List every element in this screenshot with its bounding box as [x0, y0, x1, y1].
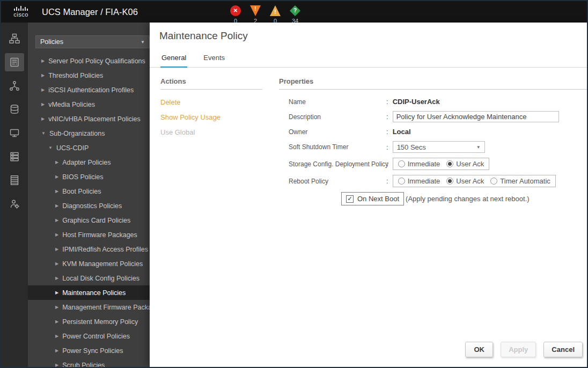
tree-item-label: vMedia Policies	[48, 101, 95, 108]
dialog-title: Maintenance Policy	[150, 23, 587, 42]
tree-item-label: Server Pool Policy Qualifications	[48, 57, 145, 65]
chevron-down-icon[interactable]: ▼	[48, 145, 53, 150]
cancel-button[interactable]: Cancel	[543, 342, 583, 357]
chevron-down-icon: ▼	[141, 40, 145, 45]
description-label: Description	[289, 113, 386, 121]
tree-item-graphics-card-policies[interactable]: ▶Graphics Card Policies	[28, 213, 150, 227]
tree-item-label: Local Disk Config Policies	[62, 275, 139, 282]
actions-heading: Actions	[160, 77, 262, 90]
chevron-right-icon[interactable]: ▶	[55, 261, 58, 266]
chevron-right-icon[interactable]: ▶	[41, 73, 45, 78]
tab-general[interactable]: General	[160, 50, 187, 68]
nav-servers-icon[interactable]	[5, 53, 24, 71]
tree-item-persistent-memory-policy[interactable]: ▶Persistent Memory Policy	[28, 314, 150, 329]
nav-chassis-icon[interactable]	[5, 171, 24, 189]
chevron-right-icon[interactable]: ▶	[55, 305, 58, 310]
apply-button[interactable]: Apply	[501, 342, 536, 357]
cisco-logo-bars-icon	[14, 6, 28, 11]
nav-lan-icon[interactable]	[5, 77, 24, 95]
tree-item-threshold-policies[interactable]: ▶Threshold Policies	[28, 68, 150, 83]
maintenance-policy-dialog: Maintenance Policy General Events Action…	[150, 23, 587, 367]
chevron-right-icon[interactable]: ▶	[41, 58, 45, 63]
radio-icon	[398, 160, 405, 167]
tree-item-ucs-cdip[interactable]: ▼UCS-CDIP	[28, 141, 150, 155]
chevron-right-icon[interactable]: ▶	[55, 218, 58, 223]
nav-admin-icon[interactable]	[5, 195, 24, 213]
show-policy-usage-link[interactable]: Show Policy Usage	[160, 113, 279, 121]
colon: :	[386, 177, 388, 185]
radio-selected-icon	[446, 178, 453, 185]
radio-option-user-ack[interactable]: User Ack	[446, 177, 484, 185]
chevron-down-icon: ▼	[476, 145, 481, 150]
dialog-content: Actions Delete Show Policy Usage Use Glo…	[150, 68, 587, 210]
nav-san-icon[interactable]	[5, 100, 24, 119]
tree-item-ipmi-redfish-access-profiles[interactable]: ▶IPMI/Redfish Access Profiles	[28, 242, 150, 256]
tree-item-management-firmware-packages[interactable]: ▶Management Firmware Packages	[28, 300, 150, 314]
tree-item-host-firmware-packages[interactable]: ▶Host Firmware Packages	[28, 227, 150, 242]
fault-summary: ✕0!2!0?34	[229, 5, 302, 24]
sidebar: Policies ▼ ▶Server Pool Policy Qualifica…	[28, 23, 150, 367]
chevron-right-icon[interactable]: ▶	[55, 348, 58, 353]
tree-item-kvm-management-policies[interactable]: ▶KVM Management Policies	[28, 256, 150, 271]
nav-storage-icon[interactable]	[5, 148, 24, 166]
chevron-right-icon[interactable]: ▶	[55, 160, 58, 165]
chevron-right-icon[interactable]: ▶	[41, 87, 45, 92]
tree-item-label: Host Firmware Packages	[62, 231, 137, 239]
info-fault-icon[interactable]: ?	[290, 5, 300, 16]
delete-link[interactable]: Delete	[160, 98, 279, 106]
tree-item-bios-policies[interactable]: ▶BIOS Policies	[28, 170, 150, 184]
tab-events[interactable]: Events	[202, 50, 226, 67]
chevron-right-icon[interactable]: ▶	[55, 174, 58, 179]
tree-item-label: BIOS Policies	[62, 173, 103, 181]
tree-item-diagnostics-policies[interactable]: ▶Diagnostics Policies	[28, 198, 150, 213]
radio-option-immediate[interactable]: Immediate	[398, 177, 440, 185]
tree-item-local-disk-config-policies[interactable]: ▶Local Disk Config Policies	[28, 271, 150, 285]
chevron-right-icon[interactable]: ▶	[55, 232, 58, 237]
chevron-down-icon[interactable]: ▼	[41, 131, 46, 136]
tree-item-boot-policies[interactable]: ▶Boot Policies	[28, 184, 150, 198]
fault-minor: !0	[269, 5, 282, 24]
chevron-right-icon[interactable]: ▶	[55, 247, 58, 252]
chevron-right-icon[interactable]: ▶	[55, 363, 58, 367]
tree-item-vnic-vhba-placement-policies[interactable]: ▶vNIC/vHBA Placement Policies	[28, 112, 150, 126]
critical-fault-icon[interactable]: ✕	[230, 5, 241, 16]
radio-option-immediate[interactable]: Immediate	[398, 160, 440, 168]
fault-critical: ✕0	[229, 5, 242, 24]
tree-item-scrub-policies[interactable]: ▶Scrub Policies	[28, 358, 150, 367]
chevron-right-icon[interactable]: ▶	[55, 319, 58, 324]
tree-item-power-sync-policies[interactable]: ▶Power Sync Policies	[28, 343, 150, 358]
tree-item-iscsi-authentication-profiles[interactable]: ▶iSCSI Authentication Profiles	[28, 83, 150, 97]
tree-item-sub-organizations[interactable]: ▼Sub-Organizations	[28, 126, 150, 141]
radio-option-timer-automatic[interactable]: Timer Automatic	[490, 177, 550, 185]
soft-shutdown-timer-select[interactable]: 150 Secs ▼	[393, 141, 485, 153]
tree-item-label: Power Control Policies	[62, 333, 130, 340]
chevron-right-icon[interactable]: ▶	[55, 334, 58, 338]
tree-item-label: UCS-CDIP	[56, 144, 89, 152]
tree-item-label: Sub-Organizations	[49, 130, 105, 137]
chevron-right-icon[interactable]: ▶	[55, 290, 58, 295]
tree-item-vmedia-policies[interactable]: ▶vMedia Policies	[28, 97, 150, 112]
major-fault-icon[interactable]: !	[250, 5, 261, 16]
tree-item-label: Diagnostics Policies	[62, 202, 122, 210]
radio-option-user-ack[interactable]: User Ack	[446, 160, 484, 168]
ok-button[interactable]: OK	[465, 342, 493, 357]
name-row: Name : CDIP-UserAck	[289, 97, 587, 106]
chevron-right-icon[interactable]: ▶	[41, 102, 45, 107]
description-input[interactable]	[393, 111, 559, 122]
tree-item-power-control-policies[interactable]: ▶Power Control Policies	[28, 329, 150, 343]
nav-vm-icon[interactable]	[5, 124, 24, 142]
on-next-boot-checkbox[interactable]: ✓ On Next Boot	[341, 192, 404, 205]
nav-equipment-icon[interactable]	[5, 30, 24, 48]
minor-fault-icon[interactable]: !	[270, 5, 281, 16]
tree-item-adapter-policies[interactable]: ▶Adapter Policies	[28, 155, 150, 170]
chevron-right-icon[interactable]: ▶	[55, 203, 58, 208]
policies-filter-dropdown[interactable]: Policies ▼	[35, 35, 150, 48]
chevron-right-icon[interactable]: ▶	[41, 116, 45, 121]
tree-item-label: KVM Management Policies	[62, 260, 143, 268]
chevron-right-icon[interactable]: ▶	[55, 276, 58, 281]
tree-item-label: Graphics Card Policies	[62, 217, 130, 224]
tree-item-server-pool-policy-qualifications[interactable]: ▶Server Pool Policy Qualifications	[28, 54, 150, 68]
tree-item-maintenance-policies[interactable]: ▶Maintenance Policies	[28, 285, 150, 300]
chevron-right-icon[interactable]: ▶	[55, 189, 58, 194]
checkbox-icon[interactable]: ✓	[346, 195, 354, 203]
